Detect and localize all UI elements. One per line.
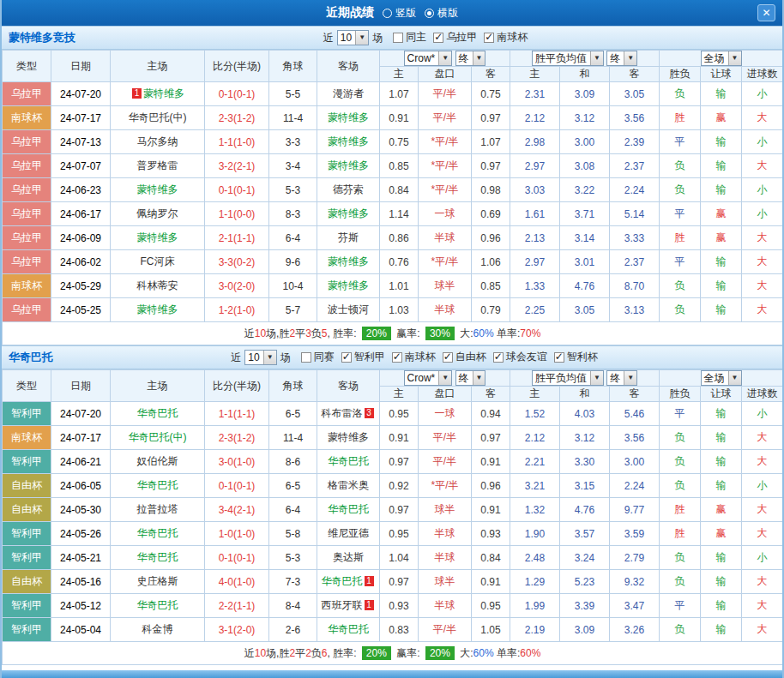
- europe-home-odds: 2.97: [510, 250, 560, 274]
- asian-away-odds: 0.75: [472, 82, 510, 106]
- corner-count: 5-3: [269, 546, 317, 570]
- chevron-down-icon: ▼: [728, 51, 741, 65]
- col-type: 类型: [3, 370, 51, 402]
- corner-count: 5-7: [269, 298, 317, 322]
- col-date: 日期: [51, 370, 111, 402]
- checkbox-icon[interactable]: [484, 33, 494, 43]
- odds-final-select[interactable]: 终▼: [455, 370, 486, 386]
- checkbox-icon[interactable]: [443, 352, 453, 363]
- europe-away-odds: 3.00: [610, 450, 660, 474]
- asian-handicap: 一球: [419, 402, 472, 426]
- section-team-name: 华奇巴托: [9, 350, 53, 365]
- result-wdl: 负: [660, 546, 701, 570]
- scope-select[interactable]: 全场▼: [701, 51, 742, 66]
- league-filter-list: 同赛智利甲南球杯自由杯球会友谊智利杯: [294, 350, 598, 365]
- team-name: FC河床: [141, 255, 175, 267]
- europe-home-odds: 2.97: [510, 154, 560, 178]
- team-name: 波士顿河: [328, 303, 369, 315]
- match-date: 24-05-21: [51, 546, 111, 570]
- col-home: 主场: [111, 370, 205, 402]
- result-wdl: 负: [660, 298, 701, 322]
- europe-draw-odds: 3.15: [560, 474, 610, 498]
- filter-checkbox[interactable]: 球会友谊: [493, 350, 547, 364]
- europe-final-select[interactable]: 终▼: [606, 370, 637, 386]
- filter-checkbox[interactable]: 同主: [393, 30, 426, 45]
- checkbox-icon[interactable]: [554, 352, 564, 363]
- europe-draw-odds: 3.01: [560, 250, 610, 274]
- filter-checkbox[interactable]: 同赛: [301, 350, 335, 364]
- odds-final-select[interactable]: 终▼: [455, 51, 486, 66]
- match-date: 24-07-20: [51, 82, 111, 106]
- match-row: 智利甲24-05-21华奇巴托0-1(0-1)5-3奥达斯1.04半球0.842…: [3, 546, 783, 570]
- checkbox-icon[interactable]: [301, 352, 311, 363]
- team-name: 蒙特维多: [137, 183, 178, 195]
- match-row: 乌拉甲24-06-17佩纳罗尔1-1(0-0)8-3蒙特维多1.14一球0.69…: [3, 202, 783, 226]
- asian-odds-group: Crow*▼ 终▼: [380, 370, 510, 387]
- europe-away-odds: 3.05: [610, 82, 660, 106]
- layout-radio-horizontal[interactable]: 横版: [425, 6, 458, 21]
- match-date: 24-05-30: [51, 498, 111, 522]
- result-handicap: 输: [701, 250, 742, 274]
- match-score: 3-3(0-2): [205, 250, 269, 274]
- match-date: 24-06-21: [51, 450, 111, 474]
- league-badge: 自由杯: [3, 498, 51, 522]
- checkbox-icon[interactable]: [341, 352, 352, 363]
- radio-icon[interactable]: [425, 9, 434, 18]
- col-europe-home: 主: [510, 67, 560, 82]
- filter-checkbox[interactable]: 乌拉甲: [433, 30, 477, 45]
- checkbox-icon[interactable]: [393, 33, 403, 43]
- recent-count-select[interactable]: 10 ▼: [337, 30, 369, 45]
- radio-icon[interactable]: [383, 9, 392, 18]
- away-team: 蒙特维多: [317, 202, 380, 226]
- layout-radio-vertical[interactable]: 竖版: [383, 6, 416, 21]
- col-handicap: 盘口: [419, 387, 472, 402]
- europe-away-odds: 3.56: [610, 426, 660, 450]
- match-date: 24-06-05: [51, 474, 111, 498]
- filter-label: 同赛: [314, 350, 335, 364]
- europe-source-select[interactable]: 胜平负均值▼: [532, 51, 604, 66]
- match-date: 24-06-23: [51, 178, 111, 202]
- result-handicap: 输: [701, 274, 742, 298]
- recent-results-window: 近期战绩 竖版横版 ✕ 蒙特维多竞技 近 10 ▼ 场 同主乌拉甲南球杯: [0, 0, 784, 678]
- filter-checkbox[interactable]: 南球杯: [484, 30, 528, 45]
- europe-source-select[interactable]: 胜平负均值▼: [532, 370, 604, 386]
- odds-source-select[interactable]: Crow*▼: [404, 370, 453, 386]
- recent-count-select[interactable]: 10 ▼: [244, 350, 276, 365]
- match-row: 智利甲24-05-04科金博3-1(2-0)2-6华奇巴托0.83平/半1.05…: [3, 618, 783, 642]
- filter-checkbox[interactable]: 自由杯: [443, 350, 486, 364]
- asian-away-odds: 0.96: [472, 474, 510, 498]
- result-handicap: 赢: [701, 106, 742, 130]
- home-team: 拉普拉塔: [111, 498, 205, 522]
- checkbox-icon[interactable]: [493, 352, 504, 363]
- corner-count: 8-4: [269, 594, 317, 618]
- europe-away-odds: 5.46: [610, 402, 660, 426]
- team-name: 科林蒂安: [137, 279, 178, 291]
- col-europe-home: 主: [510, 387, 560, 402]
- asian-home-odds: 0.83: [380, 618, 419, 642]
- asian-handicap: *平/半: [419, 154, 472, 178]
- filter-checkbox[interactable]: 南球杯: [392, 350, 436, 364]
- chevron-down-icon: ▼: [590, 371, 603, 385]
- league-badge: 南球杯: [3, 274, 51, 298]
- asian-home-odds: 0.76: [380, 250, 419, 274]
- match-date: 24-07-20: [51, 402, 111, 426]
- close-button[interactable]: ✕: [757, 4, 775, 21]
- europe-away-odds: 5.14: [610, 202, 660, 226]
- result-wdl: 平: [660, 402, 701, 426]
- checkbox-icon[interactable]: [392, 352, 402, 363]
- odds-source-select[interactable]: Crow*▼: [404, 51, 453, 66]
- europe-away-odds: 3.13: [610, 298, 660, 322]
- result-wdl: 负: [660, 474, 701, 498]
- europe-final-select[interactable]: 终▼: [606, 51, 637, 66]
- col-result-goals: 进球数: [742, 387, 783, 402]
- checkbox-icon[interactable]: [433, 33, 443, 43]
- red-number-badge: 1: [365, 576, 374, 586]
- europe-draw-odds: 3.00: [560, 130, 610, 154]
- filter-checkbox[interactable]: 智利甲: [341, 350, 385, 364]
- scope-select[interactable]: 全场▼: [701, 370, 742, 386]
- team-name: 华奇巴托(中): [129, 431, 187, 443]
- home-team: 1蒙特维多: [111, 82, 205, 106]
- filter-checkbox[interactable]: 智利杯: [554, 350, 598, 364]
- league-badge: 南球杯: [3, 426, 51, 450]
- away-team: 西班牙联1: [317, 594, 380, 618]
